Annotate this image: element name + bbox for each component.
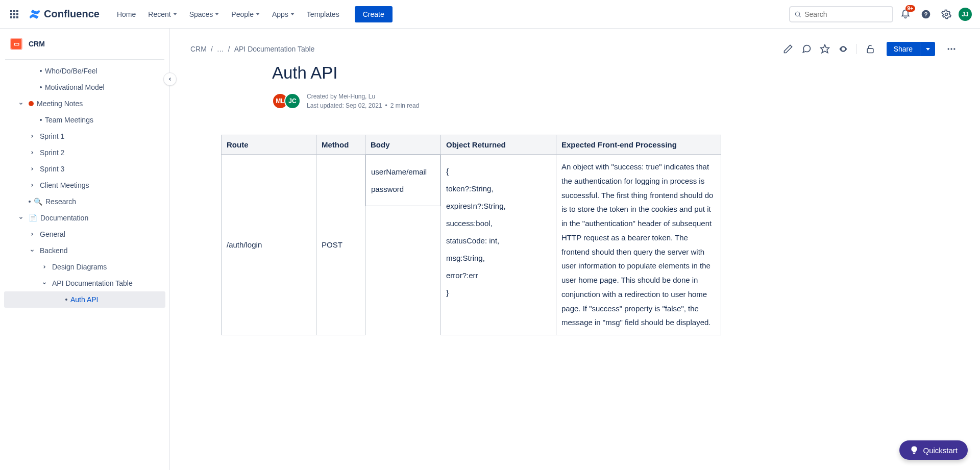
- restrictions-button[interactable]: [862, 41, 878, 57]
- content: Auth API ML JC Created by Mei-Hung, Lu L…: [170, 63, 980, 356]
- th-method: Method: [316, 135, 365, 155]
- page-icon: 📄: [29, 214, 37, 222]
- svg-text:?: ?: [924, 11, 927, 17]
- star-icon: [820, 44, 830, 54]
- chevron-down-icon[interactable]: [40, 279, 49, 288]
- main-content: CRM / … / API Documentation Table Share: [170, 29, 980, 470]
- comments-button[interactable]: [798, 41, 815, 57]
- top-nav: Confluence Home Recent Spaces People App…: [0, 0, 980, 29]
- sidebar-item[interactable]: Auth API: [4, 291, 165, 308]
- notifications-button[interactable]: 9+: [897, 6, 914, 22]
- nav-templates[interactable]: Templates: [302, 6, 345, 22]
- sidebar-item[interactable]: Sprint 3: [4, 161, 165, 177]
- star-button[interactable]: [817, 41, 833, 57]
- chevron-left-icon: [167, 77, 173, 82]
- breadcrumb-root[interactable]: CRM: [190, 45, 207, 53]
- confluence-logo[interactable]: Confluence: [29, 8, 100, 20]
- sidebar-item[interactable]: Meeting Notes: [4, 95, 165, 112]
- bullet-icon: [29, 201, 31, 203]
- bullet-icon: [40, 86, 42, 88]
- search-box[interactable]: [789, 6, 893, 22]
- sidebar-item[interactable]: Team Meetings: [4, 112, 165, 128]
- nav-right: 9+ ? JJ: [789, 6, 972, 22]
- share-dropdown-button[interactable]: [920, 42, 935, 56]
- sidebar-item-label: Client Meetings: [40, 181, 162, 189]
- svg-point-6: [842, 48, 844, 50]
- eye-icon: [838, 44, 848, 54]
- nav-home[interactable]: Home: [112, 6, 141, 22]
- api-table: Route Method Body Object Returned Expect…: [221, 135, 721, 335]
- sidebar-item[interactable]: Who/Do/Be/Feel: [4, 63, 165, 79]
- red-dot-icon: [29, 101, 34, 106]
- sidebar-item-label: Design Diagrams: [52, 263, 162, 271]
- svg-point-8: [948, 48, 949, 50]
- sidebar-item-label: Motivational Model: [45, 83, 162, 91]
- sidebar-item[interactable]: API Documentation Table: [4, 275, 165, 291]
- space-header[interactable]: ▭ CRM: [0, 29, 169, 59]
- chevron-down-icon[interactable]: [28, 246, 37, 255]
- chevron-down-icon[interactable]: [16, 213, 26, 222]
- page-title: Auth API: [272, 63, 919, 83]
- breadcrumb-mid[interactable]: …: [217, 45, 224, 53]
- nav-recent[interactable]: Recent: [143, 6, 182, 22]
- sidebar-item[interactable]: 🔍Research: [4, 193, 165, 210]
- divider: [5, 59, 164, 60]
- table-row: /auth/login POST userName/email password…: [222, 155, 721, 335]
- watch-button[interactable]: [835, 41, 851, 57]
- sidebar-tree[interactable]: Who/Do/Be/Feel Motivational ModelMeeting…: [0, 63, 169, 470]
- sidebar-item-label: Who/Do/Be/Feel: [45, 67, 162, 75]
- sidebar-item[interactable]: Backend: [4, 242, 165, 259]
- chevron-right-icon[interactable]: [28, 164, 37, 174]
- collapse-sidebar-button[interactable]: [163, 72, 177, 86]
- more-actions-button[interactable]: [943, 41, 960, 57]
- chevron-right-icon[interactable]: [28, 181, 37, 190]
- apps-switcher[interactable]: [8, 8, 20, 20]
- chevron-right-icon[interactable]: [28, 230, 37, 239]
- td-object: { token?:String, expiresIn?:String, succ…: [441, 155, 556, 335]
- breadcrumb-sep: /: [211, 45, 213, 53]
- space-name: CRM: [29, 40, 45, 48]
- svg-point-4: [945, 13, 948, 15]
- user-avatar[interactable]: JJ: [959, 8, 972, 21]
- sidebar-item[interactable]: Sprint 1: [4, 128, 165, 144]
- nav-apps[interactable]: Apps: [267, 6, 300, 22]
- quickstart-label: Quickstart: [923, 446, 958, 455]
- th-processing: Expected Front-end Processing: [556, 135, 721, 155]
- lightbulb-icon: [910, 446, 919, 455]
- help-button[interactable]: ?: [918, 6, 934, 22]
- edit-button[interactable]: [780, 41, 796, 57]
- avatar[interactable]: JC: [284, 93, 301, 109]
- settings-button[interactable]: [938, 6, 954, 22]
- gear-icon: [941, 9, 951, 19]
- sidebar-item[interactable]: General: [4, 226, 165, 242]
- td-method: POST: [316, 155, 365, 335]
- svg-point-9: [950, 48, 952, 50]
- sidebar-item-label: Team Meetings: [45, 116, 162, 124]
- create-button[interactable]: Create: [355, 6, 393, 22]
- sidebar-item[interactable]: Design Diagrams: [4, 259, 165, 275]
- th-body: Body: [365, 135, 441, 155]
- byline: ML JC Created by Mei-Hung, Lu Last updat…: [272, 92, 919, 110]
- breadcrumb-leaf[interactable]: API Documentation Table: [234, 45, 315, 53]
- chevron-right-icon[interactable]: [28, 132, 37, 141]
- unlock-icon: [865, 44, 875, 54]
- nav-people[interactable]: People: [226, 6, 265, 22]
- chevron-right-icon[interactable]: [28, 148, 37, 157]
- chevron-down-icon[interactable]: [16, 99, 26, 108]
- sidebar-item[interactable]: Sprint 2: [4, 144, 165, 161]
- share-button[interactable]: Share: [887, 42, 920, 56]
- chevron-right-icon[interactable]: [40, 262, 49, 271]
- bullet-icon: [40, 119, 42, 121]
- sidebar-item[interactable]: 📄Documentation: [4, 210, 165, 226]
- sidebar-item[interactable]: Motivational Model: [4, 79, 165, 95]
- sidebar-item-label: Sprint 1: [40, 132, 162, 140]
- sidebar-item-label: Sprint 3: [40, 165, 162, 173]
- sidebar-item[interactable]: Client Meetings: [4, 177, 165, 193]
- avatar-stack[interactable]: ML JC: [272, 93, 301, 109]
- quickstart-button[interactable]: Quickstart: [899, 440, 968, 460]
- confluence-icon: [29, 8, 41, 20]
- search-input[interactable]: [804, 10, 888, 18]
- svg-rect-7: [867, 48, 873, 53]
- svg-line-1: [799, 15, 800, 17]
- nav-spaces[interactable]: Spaces: [184, 6, 225, 22]
